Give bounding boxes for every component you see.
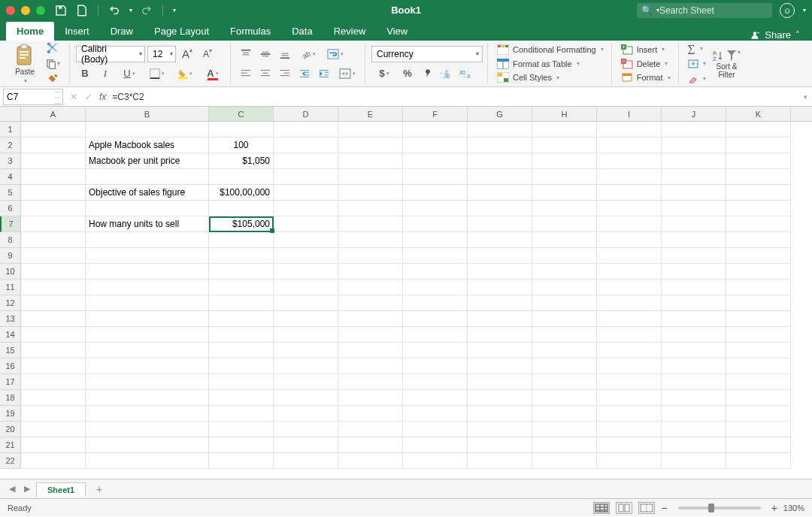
cell-F13[interactable] [403,311,468,327]
cell-C5[interactable]: $100,00,000 [209,185,274,201]
cell-E7[interactable] [338,216,403,232]
row-header-2[interactable]: 2 [0,138,20,153]
cell-I9[interactable] [597,248,662,264]
cell-H2[interactable] [532,138,597,153]
tab-review[interactable]: Review [323,22,377,41]
expand-formula-bar-button[interactable]: ▾ [798,93,812,101]
cell-K7[interactable] [726,216,791,232]
cell-C22[interactable] [209,453,274,469]
formula-input[interactable]: =C3*C2 [109,92,798,102]
cell-J9[interactable] [662,248,726,264]
cell-C9[interactable] [209,248,274,264]
cell-G5[interactable] [468,185,532,201]
cell-C19[interactable] [209,406,274,422]
undo-icon[interactable] [108,4,121,17]
cell-F6[interactable] [403,201,468,216]
cancel-formula-button[interactable]: ✕ [66,89,81,104]
cell-G16[interactable] [468,358,532,374]
cell-D7[interactable] [274,216,338,232]
align-right-button[interactable] [276,65,294,82]
cell-K4[interactable] [726,169,791,185]
row-header-17[interactable]: 17 [0,374,20,390]
qat-customize-icon[interactable]: ▾ [173,7,176,14]
col-header-I[interactable]: I [597,107,662,121]
cell-G14[interactable] [468,327,532,343]
cell-B17[interactable] [86,374,209,390]
cell-H14[interactable] [532,327,597,343]
increase-decimal-button[interactable]: ←.0.00 [438,65,456,82]
cell-E14[interactable] [338,327,403,343]
cell-H9[interactable] [532,248,597,264]
cell-F5[interactable] [403,185,468,201]
col-header-F[interactable]: F [403,107,468,121]
cell-I13[interactable] [597,311,662,327]
zoom-slider[interactable] [678,506,761,509]
cell-K10[interactable] [726,264,791,280]
cell-F20[interactable] [403,422,468,437]
cell-F2[interactable] [403,138,468,153]
cell-C8[interactable] [209,232,274,248]
cell-F19[interactable] [403,406,468,422]
cell-styles-button[interactable]: Cell Styles▾ [497,71,604,84]
sheet-tab-sheet1[interactable]: Sheet1 [36,482,86,497]
copy-button[interactable]: ▾ [44,58,62,69]
sheet-nav-prev-button[interactable]: ◀ [6,483,18,495]
cell-K2[interactable] [726,138,791,153]
cell-F22[interactable] [403,453,468,469]
cell-C7[interactable]: $105,000 [209,216,274,232]
paste-dropdown-icon[interactable]: ▾ [24,77,27,84]
cell-E4[interactable] [338,169,403,185]
cell-I17[interactable] [597,374,662,390]
cell-G3[interactable] [468,153,532,169]
cell-E22[interactable] [338,453,403,469]
cell-C10[interactable] [209,264,274,280]
cell-A5[interactable] [21,185,86,201]
cell-F7[interactable] [403,216,468,232]
cell-B9[interactable] [86,248,209,264]
cell-A2[interactable] [21,138,86,153]
cell-F4[interactable] [403,169,468,185]
cell-K3[interactable] [726,153,791,169]
cell-F21[interactable] [403,437,468,453]
cell-J11[interactable] [662,280,726,295]
cell-E8[interactable] [338,232,403,248]
cell-C15[interactable] [209,343,274,358]
cell-A9[interactable] [21,248,86,264]
cell-A10[interactable] [21,264,86,280]
cell-F1[interactable] [403,122,468,138]
cell-K15[interactable] [726,343,791,358]
cell-C14[interactable] [209,327,274,343]
page-layout-view-button[interactable] [616,502,632,514]
cell-G22[interactable] [468,453,532,469]
undo-dropdown-icon[interactable]: ▾ [129,7,132,14]
cell-E3[interactable] [338,153,403,169]
cell-H5[interactable] [532,185,597,201]
cell-E13[interactable] [338,311,403,327]
delete-cells-button[interactable]: Delete▾ [621,57,671,71]
insert-cells-button[interactable]: Insert▾ [621,43,671,56]
align-bottom-button[interactable] [276,46,294,62]
cell-C11[interactable] [209,280,274,295]
format-as-table-button[interactable]: Format as Table▾ [497,57,604,71]
increase-indent-button[interactable] [315,65,333,82]
merge-button[interactable] [335,65,360,82]
cell-A18[interactable] [21,390,86,406]
cell-B11[interactable] [86,280,209,295]
cell-I20[interactable] [597,422,662,437]
fill-color-button[interactable] [172,65,198,82]
cell-E12[interactable] [338,295,403,311]
cell-I2[interactable] [597,138,662,153]
col-header-E[interactable]: E [338,107,403,121]
cell-A7[interactable] [21,216,86,232]
cell-G20[interactable] [468,422,532,437]
cell-G18[interactable] [468,390,532,406]
cell-J17[interactable] [662,374,726,390]
cell-K5[interactable] [726,185,791,201]
cell-D5[interactable] [274,185,338,201]
cell-D20[interactable] [274,422,338,437]
cell-B3[interactable]: Macbook per unit price [86,153,209,169]
close-window-button[interactable] [6,6,15,15]
cell-B5[interactable]: Objective of sales figure [86,185,209,201]
tab-draw[interactable]: Draw [100,22,144,41]
borders-button[interactable] [144,65,170,82]
